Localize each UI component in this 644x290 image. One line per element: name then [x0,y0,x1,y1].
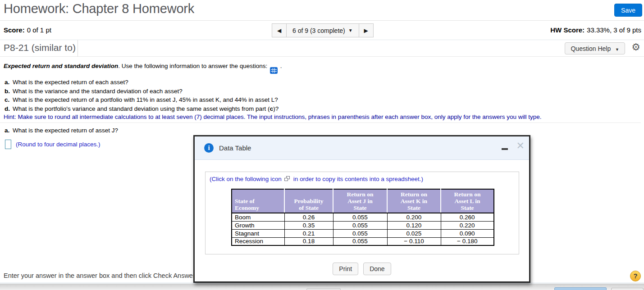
problem-title: Expected return and standard deviation [4,63,118,69]
part-letter: a. [5,79,13,86]
question-a: a.What is the expected return of asset J… [5,127,118,134]
bottom-toolbar [0,284,644,290]
divider [0,283,644,283]
rounding-instruction: (Round to four decimal places.) [16,141,100,148]
table-cell: 0.025 [387,229,441,237]
table-container: (Click on the following iconin order to … [205,172,519,254]
question-position-label: 6 of 9 (3 complete) [292,27,345,34]
problem-intro-text: . Use the following information to answe… [118,63,269,69]
modal-button-row: Print Done [195,263,529,275]
part-text-bold: c [270,105,274,112]
copy-instruction-post: in order to copy its contents into a spr… [293,176,423,182]
next-arrow-icon: ▶ [364,27,368,34]
table-row: Recession 0.18 0.055 − 0.110 − 0.180 [232,237,494,245]
partial-button[interactable] [306,288,341,290]
table-cell: 0.21 [284,229,333,237]
table-row: Stagnant 0.21 0.055 0.025 0.090 [232,229,494,237]
question-parts-list: a.What is the expected return of each as… [5,79,279,114]
table-cell: Recession [232,237,284,245]
table-cell: 0.18 [284,237,333,245]
column-header: Return on Asset K in State [387,189,441,213]
answer-input[interactable] [5,140,11,149]
problem-intro: Expected return and standard deviation. … [4,63,282,74]
question-help-label: Question Help [571,45,611,52]
table-row: Boom 0.26 0.055 0.200 0.260 [232,213,494,221]
done-button[interactable]: Done [363,263,391,275]
data-table-icon[interactable] [270,67,278,74]
column-header: Probability of State [284,189,333,213]
gear-icon[interactable]: ⚙ [631,41,640,53]
column-header: State of Economy [232,189,284,213]
question-bar: P8-21 (similar to) Question Help ▼ ⚙ [0,40,644,57]
part-letter: d. [5,105,13,113]
table-header: State of Economy Probability of State Re… [232,189,494,213]
close-icon[interactable]: ✕ [516,140,525,152]
answer-instruction-text: Enter your answer in the answer box and … [4,272,196,279]
column-header: Return on Asset J in State [333,189,387,213]
modal-title: Data Table [219,136,251,160]
part-letter: c. [5,96,13,104]
part-text: )? [273,105,279,112]
score-value: 0 of 1 pt [27,26,51,34]
chevron-down-icon: ▼ [348,28,353,33]
copy-instruction: (Click on the following iconin order to … [210,176,423,182]
list-item: b.What is the variance and the standard … [5,88,279,95]
divider [0,122,641,123]
table-cell: − 0.180 [441,237,494,245]
hw-score-text: HW Score:33.33%, 3 of 9 pts [550,21,641,40]
question-id: P8-21 (similar to) [4,42,76,53]
question-help-button[interactable]: Question Help ▼ [565,42,625,54]
hw-score-label: HW Score: [550,26,585,34]
table-cell: Stagnant [232,229,284,237]
list-item: c.What is the expected return of a portf… [5,96,279,104]
table-cell: − 0.110 [387,237,441,245]
table-cell: Boom [232,213,284,221]
table-row: Growth 0.35 0.055 0.120 0.220 [232,221,494,229]
table-cell: 0.260 [441,213,494,221]
part-text: What is the variance and the standard de… [13,88,183,95]
info-icon: i [204,143,214,153]
table-cell: Growth [232,221,284,229]
print-button[interactable]: Print [333,263,358,275]
data-table-modal: i Data Table ✕ (Click on the following i… [193,135,530,283]
table-cell: 0.35 [284,221,333,229]
part-text: What is the portfolio's variance and sta… [13,105,270,112]
hint-text: Hint: Make sure to round all intermediat… [4,113,542,120]
part-text: What is the expected return of a portfol… [13,96,278,103]
help-icon[interactable]: ? [630,271,641,281]
table-cell: 0.220 [441,221,494,229]
prev-arrow-icon: ◀ [277,27,281,34]
table-cell: 0.120 [387,221,441,229]
score-label: Score: [4,26,25,34]
part-text: What is the expected return of each asse… [13,79,128,86]
next-question-button[interactable]: ▶ [359,23,374,37]
question-a-text: What is the expected return of asset J? [13,127,118,134]
vertical-divider [78,40,78,57]
column-header: Return on Asset L in State [441,189,494,213]
save-button[interactable]: Save [614,4,642,17]
table-cell: 0.055 [333,221,387,229]
table-cell: 0.090 [441,229,494,237]
list-item: d.What is the portfolio's variance and s… [5,105,279,113]
data-table: State of Economy Probability of State Re… [231,189,494,246]
page-title: Homework: Chapter 8 Homework [4,1,194,16]
table-cell: 0.055 [333,237,387,245]
part-letter: a. [5,127,13,134]
partial-button[interactable] [611,288,644,290]
question-selector-dropdown[interactable]: 6 of 9 (3 complete) ▼ [286,23,359,37]
question-navigation: ◀ 6 of 9 (3 complete) ▼ ▶ [272,23,374,37]
partial-primary-button[interactable] [554,287,607,290]
hw-score-value: 33.33%, 3 of 9 pts [587,26,641,34]
table-cell: 0.055 [333,213,387,221]
minimize-icon[interactable] [502,148,508,150]
chevron-down-icon: ▼ [615,47,619,52]
prev-question-button[interactable]: ◀ [272,23,287,37]
modal-header[interactable]: i Data Table ✕ [195,136,529,160]
table-cell: 0.26 [284,213,333,221]
score-text: Score:0 of 1 pt [4,21,51,40]
score-bar: Score:0 of 1 pt ◀ 6 of 9 (3 complete) ▼ … [0,21,644,40]
problem-intro-period: . [279,63,282,69]
part-letter: b. [5,88,13,95]
copy-instruction-pre: (Click on the following icon [210,176,282,182]
copy-to-spreadsheet-icon[interactable] [284,176,291,182]
